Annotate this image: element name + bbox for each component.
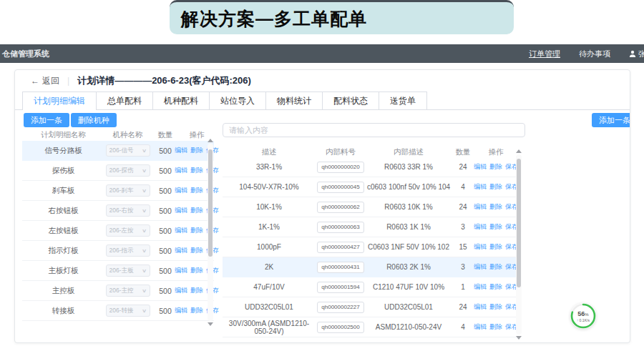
add-row-button-left[interactable]: 添加一条 [24,113,69,127]
edit-link[interactable]: 编辑 [474,162,487,172]
edit-link[interactable]: 编辑 [474,302,487,312]
edit-link[interactable]: 编辑 [474,242,487,252]
part-number-input[interactable] [317,162,364,173]
part-number-input[interactable] [317,282,364,293]
delete-link[interactable]: 删除 [489,242,502,252]
table-row[interactable]: 10K-1% R0603 10K 1% 24 编辑删除保存 [223,197,517,217]
edit-link[interactable]: 编辑 [474,322,487,332]
table-row[interactable]: UDD32C05L01 UDD32C05L01 24 编辑删除保存 [223,297,517,317]
delete-link[interactable]: 删除 [190,286,203,295]
delete-link[interactable]: 删除 [190,246,203,255]
model-select[interactable]: 206-信号∨ [106,144,150,157]
delete-link[interactable]: 删除 [489,182,502,192]
part-number-input[interactable] [317,262,364,273]
speed-ball-indicator[interactable]: 56% ↑ 0.1K/s [570,303,596,329]
table-row[interactable]: 主板灯板 206-主板∨ 500 编辑删除保存 [22,261,214,281]
part-number-input[interactable] [317,202,364,213]
model-select[interactable]: 206-右按∨ [106,204,150,217]
delete-model-button[interactable]: 删除机种 [71,113,117,127]
edit-link[interactable]: 编辑 [474,182,487,192]
table-row[interactable]: 1K-1% R0603 1K 1% 3 编辑删除保存 [223,217,517,237]
menu-order-management[interactable]: 订单管理 [529,49,560,59]
table-row[interactable]: 主控板 206-主控∨ 500 编辑删除保存 [22,281,214,301]
model-select[interactable]: 206-主控∨ [106,285,150,297]
material-desc: 47uF/10V [223,283,316,291]
part-number-input[interactable] [317,302,364,313]
table-row[interactable]: 33R-1% R0603 33R 1% 24 编辑删除保存 [223,157,517,177]
delete-link[interactable]: 删除 [489,262,502,272]
delete-link[interactable]: 删除 [190,226,203,235]
delete-link[interactable]: 删除 [489,302,502,312]
part-number-input[interactable] [223,343,270,344]
back-button[interactable]: ← 返回 [31,75,59,87]
part-number-input[interactable] [317,322,364,333]
tab-total-order-material[interactable]: 总单配料 [96,92,153,109]
tab-delivery-note[interactable]: 送货单 [379,92,427,109]
table-row[interactable]: 转接板 206-转接∨ 500 编辑删除保存 [22,301,214,321]
table-row[interactable]: 104-50V-X7R-10% c0603 100nf 50v 10% 104 … [223,177,517,197]
scroll-down-icon[interactable] [516,336,522,340]
col-plan-name: 计划明细名称 [22,130,104,140]
delete-link[interactable]: 删除 [190,146,203,155]
model-select[interactable]: 206-指示∨ [106,244,150,257]
edit-link[interactable]: 编辑 [175,266,187,275]
model-select[interactable]: 206-刹车∨ [106,184,150,197]
tab-plan-detail-edit[interactable]: 计划明细编辑 [22,92,97,109]
model-select[interactable]: 206-主板∨ [106,265,150,277]
part-number-input[interactable] [317,242,364,253]
tab-station-import[interactable]: 站位导入 [209,92,266,109]
model-select[interactable]: 206-探伤∨ [106,164,150,177]
table-row[interactable]: 1000pF C0603 1NF 50V 10% 102 15 编辑删除保存 [223,237,517,257]
search-input[interactable] [223,123,525,137]
part-number-input[interactable] [317,182,364,193]
delete-link[interactable]: 删除 [489,222,502,232]
edit-link[interactable]: 编辑 [175,186,187,195]
menu-todo[interactable]: 待办事项 [579,49,610,59]
table-row[interactable]: 30V/300mA (ASMD1210-050-24V) ASMD1210-05… [223,317,517,337]
user-menu[interactable]: 张 [629,49,644,59]
edit-link[interactable]: 编辑 [474,202,487,212]
edit-link[interactable]: 编辑 [474,222,487,232]
edit-link[interactable]: 编辑 [175,246,187,255]
scrollbar-thumb[interactable] [208,149,213,257]
model-select[interactable]: 206-转接∨ [106,305,150,317]
scrollbar-thumb[interactable] [517,159,521,287]
delete-link[interactable]: 删除 [190,186,203,195]
scroll-up-icon[interactable] [208,139,213,142]
scroll-up-icon[interactable] [516,149,522,153]
delete-link[interactable]: 删除 [489,202,502,212]
table-row[interactable]: 右按钮板 206-右按∨ 500 编辑删除保存 [22,201,214,221]
tab-model-material[interactable]: 机种配料 [152,92,210,109]
delete-link[interactable]: 删除 [190,266,203,275]
table-row[interactable]: 信号分路板 206-信号∨ 500 编辑删除保存 [22,141,214,161]
model-select[interactable]: 206-左按∨ [106,224,150,237]
edit-link[interactable]: 编辑 [474,262,487,272]
delete-link[interactable]: 删除 [190,306,203,315]
table-row[interactable]: 47uF/10V C1210 47UF 10V 10% 1 编辑删除保存 [223,277,517,297]
table-row[interactable]: 2K R0603 2K 1% 3 编辑删除保存 [223,257,517,277]
delete-link[interactable]: 删除 [190,206,203,215]
table-row[interactable]: 探伤板 206-探伤∨ 500 编辑删除保存 [22,161,214,181]
edit-link[interactable]: 编辑 [175,166,187,175]
scroll-down-icon[interactable] [208,322,213,326]
edit-link[interactable]: 编辑 [175,306,187,315]
tab-material-status[interactable]: 配料状态 [322,92,379,109]
tab-material-stats[interactable]: 物料统计 [265,92,323,109]
add-row-button-right[interactable]: 添加一条 [592,113,630,127]
edit-link[interactable]: 编辑 [474,282,487,292]
table-row[interactable]: 指示灯板 206-指示∨ 500 编辑删除保存 [22,241,214,261]
edit-link[interactable]: 编辑 [175,286,187,295]
edit-link[interactable]: 编辑 [175,146,187,155]
delete-link[interactable]: 删除 [489,162,502,172]
edit-link[interactable]: 编辑 [175,206,187,215]
edit-link[interactable]: 编辑 [175,226,187,235]
delete-link[interactable]: 删除 [190,166,203,175]
model-select-value: 206-右按 [109,207,134,215]
delete-link[interactable]: 删除 [489,322,502,332]
delete-link[interactable]: 删除 [489,282,502,292]
table-row[interactable]: 左按钮板 206-左按∨ 500 编辑删除保存 [22,221,214,241]
part-number-input[interactable] [317,222,364,233]
table-row[interactable]: 刹车板 206-刹车∨ 500 编辑删除保存 [22,181,214,201]
right-table-scrollbar[interactable] [516,154,522,335]
left-table-scrollbar[interactable] [208,144,213,321]
